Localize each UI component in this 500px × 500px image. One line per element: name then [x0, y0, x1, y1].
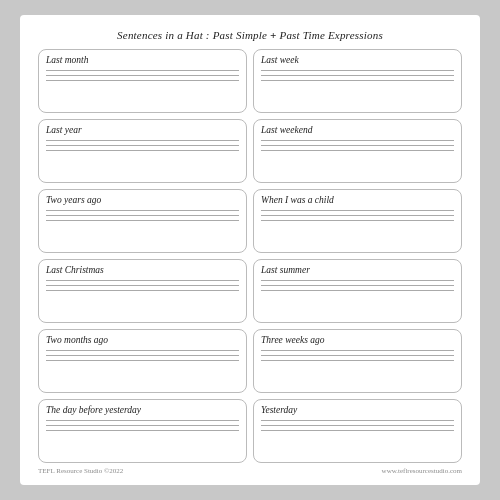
card-line-5-0: [261, 210, 454, 211]
card-9: Three weeks ago: [253, 329, 462, 393]
card-line-0-1: [46, 75, 239, 76]
card-label-8: Two months ago: [46, 335, 239, 345]
card-line-10-1: [46, 425, 239, 426]
card-line-3-1: [261, 145, 454, 146]
card-line-1-2: [261, 80, 454, 81]
card-line-1-1: [261, 75, 454, 76]
card-line-10-2: [46, 430, 239, 431]
card-line-6-0: [46, 280, 239, 281]
footer-right: www.teflresourcestudio.com: [382, 467, 462, 475]
card-line-5-2: [261, 220, 454, 221]
footer-left: TEFL Resource Studio ©2022: [38, 467, 123, 475]
card-line-11-0: [261, 420, 454, 421]
card-4: Two years ago: [38, 189, 247, 253]
card-line-7-2: [261, 290, 454, 291]
card-line-11-1: [261, 425, 454, 426]
card-line-11-2: [261, 430, 454, 431]
card-5: When I was a child: [253, 189, 462, 253]
card-label-1: Last week: [261, 55, 454, 65]
card-label-7: Last summer: [261, 265, 454, 275]
card-line-4-2: [46, 220, 239, 221]
card-8: Two months ago: [38, 329, 247, 393]
card-line-0-2: [46, 80, 239, 81]
card-line-0-0: [46, 70, 239, 71]
card-label-9: Three weeks ago: [261, 335, 454, 345]
card-line-7-0: [261, 280, 454, 281]
card-line-8-2: [46, 360, 239, 361]
card-line-4-0: [46, 210, 239, 211]
card-label-0: Last month: [46, 55, 239, 65]
card-line-1-0: [261, 70, 454, 71]
card-line-10-0: [46, 420, 239, 421]
card-label-5: When I was a child: [261, 195, 454, 205]
card-label-6: Last Christmas: [46, 265, 239, 275]
card-label-4: Two years ago: [46, 195, 239, 205]
card-7: Last summer: [253, 259, 462, 323]
page: Sentences in a Hat : Past Simple + Past …: [20, 15, 480, 485]
card-0: Last month: [38, 49, 247, 113]
footer: TEFL Resource Studio ©2022 www.teflresou…: [38, 467, 462, 475]
card-label-2: Last year: [46, 125, 239, 135]
card-line-5-1: [261, 215, 454, 216]
card-grid: Last monthLast weekLast yearLast weekend…: [38, 49, 462, 463]
card-line-4-1: [46, 215, 239, 216]
card-line-9-2: [261, 360, 454, 361]
card-label-10: The day before yesterday: [46, 405, 239, 415]
card-line-8-1: [46, 355, 239, 356]
card-line-2-0: [46, 140, 239, 141]
card-line-2-1: [46, 145, 239, 146]
card-line-6-2: [46, 290, 239, 291]
card-line-8-0: [46, 350, 239, 351]
card-line-9-1: [261, 355, 454, 356]
card-line-2-2: [46, 150, 239, 151]
page-title: Sentences in a Hat : Past Simple + Past …: [38, 29, 462, 41]
card-3: Last weekend: [253, 119, 462, 183]
card-line-3-0: [261, 140, 454, 141]
card-line-9-0: [261, 350, 454, 351]
card-line-7-1: [261, 285, 454, 286]
card-11: Yesterday: [253, 399, 462, 463]
card-2: Last year: [38, 119, 247, 183]
card-line-6-1: [46, 285, 239, 286]
card-6: Last Christmas: [38, 259, 247, 323]
card-line-3-2: [261, 150, 454, 151]
card-1: Last week: [253, 49, 462, 113]
card-10: The day before yesterday: [38, 399, 247, 463]
card-label-3: Last weekend: [261, 125, 454, 135]
card-label-11: Yesterday: [261, 405, 454, 415]
